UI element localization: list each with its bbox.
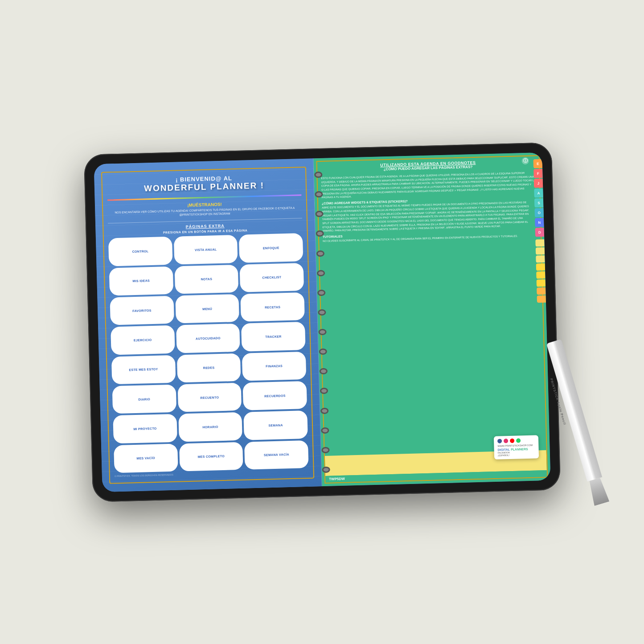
rainbow-divider xyxy=(107,194,301,201)
facebook-icon xyxy=(497,439,501,443)
right-page: ⓘ UTILIZANDO ESTA AGENDA EN GOODNOTES ¿C… xyxy=(313,152,550,486)
pencil-label: PRINTSTICK Apple Pencil xyxy=(550,378,566,425)
apple-pencil: PRINTSTICK Apple Pencil xyxy=(546,339,609,505)
website-text: WWW.PRINTSTICKSHOP.COM xyxy=(497,443,535,447)
spiral-ring xyxy=(322,466,330,472)
yellow-tab-2[interactable] xyxy=(535,247,544,254)
nav-btn-vista-anual[interactable]: VISTA ANUAL xyxy=(173,235,238,264)
spiral-ring xyxy=(321,447,329,453)
nav-btn-redes[interactable]: REDES xyxy=(176,353,241,382)
spiral-ring xyxy=(320,388,328,394)
instagram-icon xyxy=(503,439,508,443)
nav-btn-notas[interactable]: NOTAS xyxy=(174,264,238,294)
spiral-ring xyxy=(318,309,326,315)
spiral-ring xyxy=(314,171,322,177)
tab-e[interactable]: E xyxy=(533,159,542,168)
spiral-ring xyxy=(317,289,325,295)
nav-btn-recetas[interactable]: RECETAS xyxy=(240,292,304,321)
spiral-ring xyxy=(319,348,327,354)
youtube-icon xyxy=(509,438,514,443)
whatsapp-icon xyxy=(516,438,520,443)
spiral-ring xyxy=(320,407,328,414)
nav-btn-mis-ideas[interactable]: MIS IDEAS xyxy=(109,266,173,295)
nav-btn-tracker[interactable]: TRACKER xyxy=(241,322,305,351)
nav-btn-finanzas[interactable]: FINANZAS xyxy=(242,351,306,381)
right-text1: ESTO FUNCIONA CON CUALQUIER PÁGINA DE ES… xyxy=(321,171,536,200)
nav-btn-menu[interactable]: MENÚ xyxy=(175,294,239,323)
pencil-body: PRINTSTICK Apple Pencil xyxy=(546,339,602,481)
info-icon[interactable]: ⓘ xyxy=(521,157,529,164)
nav-btn-mi-proyecto[interactable]: MI PROYECTO xyxy=(113,414,177,443)
yellow-tab-5[interactable] xyxy=(536,271,545,279)
nav-btn-enfoque[interactable]: ENFOQUE xyxy=(239,233,303,263)
nav-btn-horario[interactable]: HORARIO xyxy=(178,412,242,442)
tab-a[interactable]: A xyxy=(534,188,543,197)
nav-btn-checklist[interactable]: CHECKLIST xyxy=(239,263,304,292)
nav-btn-diario[interactable]: DIARIO xyxy=(112,384,176,414)
tab-j[interactable]: J xyxy=(533,178,543,188)
tablet: ¡ BIENVENID@ AL WONDERFUL PLANNER ! ¡MUÉ… xyxy=(83,142,560,502)
right-content: ESTO FUNCIONA CON CUALQUIER PÁGINA DE ES… xyxy=(317,169,546,456)
spiral-ring xyxy=(319,368,327,374)
tab-n[interactable]: N xyxy=(535,217,544,227)
tablet-screen: ¡ BIENVENID@ AL WONDERFUL PLANNER ! ¡MUÉ… xyxy=(94,152,550,492)
nav-btn-semana[interactable]: SEMANA xyxy=(243,410,308,440)
navigation-buttons-grid: CONTROL VISTA ANUAL ENFOQUE MIS IDEAS NO… xyxy=(108,233,308,473)
nav-btn-favoritos[interactable]: FAVORITOS xyxy=(110,295,174,325)
nav-btn-este-mes[interactable]: ESTE MES ESTOY xyxy=(111,355,175,384)
nav-btn-recuento[interactable]: RECUENTO xyxy=(177,382,242,412)
spiral-ring xyxy=(316,250,324,256)
social-icons xyxy=(497,438,534,443)
yellow-tab-4[interactable] xyxy=(536,263,545,271)
tab-s[interactable]: S xyxy=(534,198,543,207)
spiral-ring xyxy=(315,211,323,217)
tab-d[interactable]: D xyxy=(535,227,544,237)
yellow-tab-1[interactable] xyxy=(535,239,544,246)
right-text2: ABRE ESTE DOCUMENTO Y EL DOCUMENTO DE ET… xyxy=(322,200,537,233)
yellow-tab-6[interactable] xyxy=(536,279,545,287)
nav-btn-mes-completo[interactable]: MES COMPLETO xyxy=(179,442,243,471)
spiral-ring xyxy=(315,191,323,197)
planners-label: PLANNERS xyxy=(510,447,528,451)
spiral-ring xyxy=(318,328,326,335)
spiral-ring xyxy=(316,270,324,276)
nav-btn-semana-vacia[interactable]: SEMANA VACÍA xyxy=(244,440,308,469)
spiral-ring xyxy=(321,427,329,433)
digital-label: DIGITAL xyxy=(497,448,510,451)
nav-btn-recuerdos[interactable]: RECUERDOS xyxy=(242,381,307,410)
spiral-ring xyxy=(316,230,324,237)
nav-btn-autocuidado[interactable]: AUTOCUIDADO xyxy=(176,324,240,353)
left-page: ¡ BIENVENID@ AL WONDERFUL PLANNER ! ¡MUÉ… xyxy=(94,158,322,492)
yellow-tab-8[interactable] xyxy=(537,295,546,303)
welcome-header: ¡ BIENVENID@ AL WONDERFUL PLANNER ! xyxy=(107,173,301,194)
social-card: WWW.PRINTSTICKSHOP.COM DIGITAL PLANNERS … xyxy=(493,435,538,459)
pencil-tip xyxy=(587,477,609,506)
nav-btn-ejercicio[interactable]: EJERCICIO xyxy=(111,325,175,354)
nav-btn-control[interactable]: CONTROL xyxy=(108,236,172,266)
tab-o[interactable]: O xyxy=(534,208,544,217)
yellow-tab-3[interactable] xyxy=(536,255,545,263)
tab-f[interactable]: F xyxy=(533,168,543,178)
nav-btn-mes-vacio[interactable]: MES VACÍO xyxy=(114,443,178,473)
yellow-tab-7[interactable] xyxy=(537,287,546,295)
